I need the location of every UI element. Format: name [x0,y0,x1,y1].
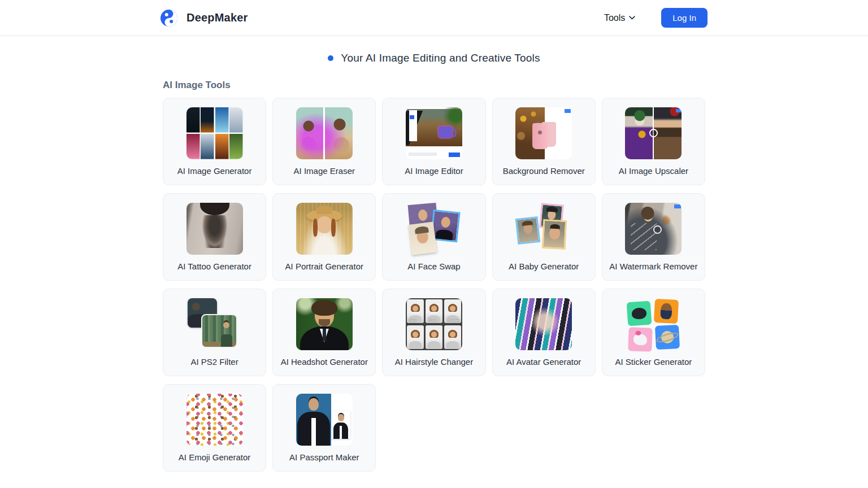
tool-label: AI Face Swap [388,261,479,272]
brand-name: DeepMaker [186,11,248,24]
thumbnail-art-part [515,216,541,245]
thumbnail-overlay-label: Wavy [408,318,416,323]
bullet-dot-icon [328,55,333,61]
ai-headshot-generator-thumbnail-image [296,298,353,350]
tools-menu-label: Tools [604,13,625,23]
thumbnail-art-part [542,219,567,250]
tool-label: AI Tattoo Generator [169,261,260,272]
ai-passport-maker-thumbnail-image [296,394,353,446]
tool-card-ai-image-editor[interactable]: AI Image Editor [382,98,485,185]
header-right: Tools Log In [604,8,708,28]
tool-card-ai-image-eraser[interactable]: AI Image Eraser [272,98,376,185]
main-content: AI Image Tools AI Image Generator AI Ima… [163,80,705,472]
tool-label: AI PS2 Filter [169,356,260,368]
ai-image-eraser-thumbnail-image [296,107,353,159]
ai-sticker-generator-thumbnail-image [625,298,682,350]
tool-card-ai-baby-generator[interactable]: AI Baby Generator [492,193,596,281]
tool-label: Background Remover [498,165,589,177]
tool-card-ai-face-swap[interactable]: AI Face Swap [382,193,485,281]
tool-card-ai-image-upscaler[interactable]: AI Image Upscaler [602,98,705,185]
tool-label: AI Image Eraser [279,165,370,177]
tool-card-ai-hairstyle-changer[interactable]: WavyCurlyBraided AI Hairstyle Changer [382,289,485,376]
tools-menu[interactable]: Tools [604,13,635,23]
thumbnail-overlay-labels: WavyCurlyBraided [406,318,462,323]
thumbnail-art-part [317,216,332,233]
tool-label: AI Avatar Generator [498,356,589,368]
ai-tattoo-generator-thumbnail-image [186,203,243,255]
login-button[interactable]: Log In [661,8,708,28]
tool-card-ai-portrait-generator[interactable]: AI Portrait Generator [272,193,376,281]
thumbnail-art-part [444,325,461,349]
tool-card-ai-emoji-generator[interactable]: AI Emoji Generator [163,384,266,472]
ai-image-generator-thumbnail-image [186,107,243,159]
thumbnail-art-part [331,411,350,439]
tool-label: AI Watermark Remover [608,261,699,272]
thumbnail-art-part [439,127,452,138]
section-title: AI Image Tools [163,80,705,91]
thumbnail-overlay-label: Braided [448,318,460,323]
thumbnail-art-part [407,325,424,349]
ai-baby-generator-thumbnail-image [515,203,572,255]
tool-label: AI Image Generator [169,165,260,177]
ai-emoji-generator-thumbnail-image [186,394,243,446]
tool-label: AI Headshot Generator [279,356,370,368]
hero: Your AI Image Editing and Creative Tools [0,36,868,64]
ai-ps2-filter-thumbnail-image [186,298,243,350]
ai-hairstyle-changer-thumbnail-image: WavyCurlyBraided [406,298,462,350]
tool-label: AI Hairstyle Changer [388,356,479,368]
ai-portrait-generator-thumbnail-image [296,203,353,255]
thumbnail-art-part [655,325,680,350]
tool-label: AI Image Upscaler [608,165,699,177]
header: DeepMaker Tools Log In [0,0,868,36]
thumbnail-art-part [315,303,334,327]
chevron-down-icon [629,16,635,20]
ai-image-editor-thumbnail-image [406,107,462,159]
header-inner: DeepMaker Tools Log In [160,0,708,36]
thumbnail-art-part [300,326,349,350]
thumbnail-art-part [426,325,442,349]
tool-card-ai-watermark-remover[interactable]: AI Watermark Remover [602,193,705,281]
tool-card-ai-headshot-generator[interactable]: AI Headshot Generator [272,289,376,376]
thumbnail-art-part [201,314,237,348]
tool-label: AI Portrait Generator [279,261,370,272]
tool-label: AI Baby Generator [498,261,589,272]
tool-label: AI Passport Maker [279,452,370,463]
brand-logo[interactable]: DeepMaker [160,10,248,27]
tool-card-ai-sticker-generator[interactable]: AI Sticker Generator [602,289,705,376]
ai-image-upscaler-thumbnail-image [625,107,682,159]
thumbnail-overlay-label: Curly [428,318,436,323]
tool-label: AI Sticker Generator [608,356,699,368]
tool-card-ai-avatar-generator[interactable]: AI Avatar Generator [492,289,596,376]
thumbnail-art-part [409,222,437,255]
tool-label: AI Emoji Generator [169,452,260,463]
thumbnail-art-part [296,394,331,446]
page-title: Your AI Image Editing and Creative Tools [341,52,540,64]
thumbnail-art-part [202,215,227,248]
tool-card-ai-image-generator[interactable]: AI Image Generator [163,98,266,185]
thumbnail-art-part [200,203,229,215]
tool-card-ai-ps2-filter[interactable]: AI PS2 Filter [163,289,266,376]
thumbnail-art-part [627,301,652,326]
background-remover-thumbnail-image [515,107,572,159]
yin-yang-icon [160,10,177,27]
tool-card-background-remover[interactable]: Background Remover [492,98,596,185]
thumbnail-art-part [654,299,679,324]
ai-watermark-remover-thumbnail-image [625,203,682,255]
ai-avatar-generator-thumbnail-image [515,298,572,350]
thumbnail-art-part [532,123,548,149]
tool-label: AI Image Editor [388,165,479,177]
tool-card-ai-tattoo-generator[interactable]: AI Tattoo Generator [163,193,266,281]
tool-card-ai-passport-maker[interactable]: AI Passport Maker [272,384,376,472]
tools-grid: AI Image Generator AI Image Eraser AI Im… [163,98,705,472]
thumbnail-art-part [628,327,653,351]
ai-face-swap-thumbnail-image [406,203,462,255]
